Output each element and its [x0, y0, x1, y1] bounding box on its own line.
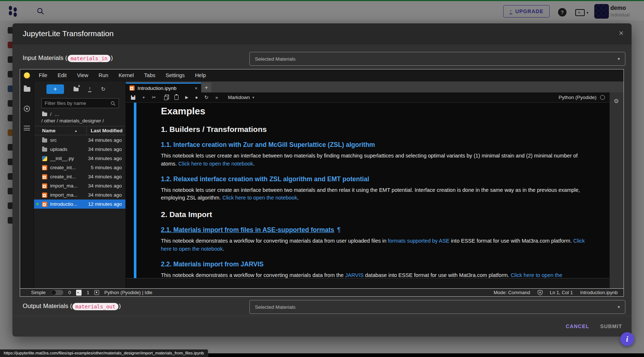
file-row[interactable]: Introductio...12 minutes ago	[34, 200, 125, 209]
menu-kernel[interactable]: Kernel	[113, 72, 139, 78]
markdown-paragraph: This notebook lets user create an interf…	[161, 186, 585, 202]
activity-bar	[20, 81, 34, 288]
dialog-footer: CANCEL SUBMIT	[12, 316, 632, 337]
notebook-link[interactable]: formats supported by ASE	[388, 238, 449, 244]
new-folder-icon[interactable]: +	[74, 86, 79, 92]
markdown-heading[interactable]: 1.2. Relaxed interface creation with ZSL…	[161, 175, 585, 183]
kernel-name[interactable]: Python (Pyodide)	[558, 95, 596, 100]
menu-view[interactable]: View	[72, 72, 93, 78]
heading-link[interactable]: 1.1. Interface creation with Zur and McG…	[161, 141, 375, 148]
heading-link[interactable]: 2.1. Materials import from files in ASE-…	[161, 226, 334, 233]
close-icon[interactable]: ×	[619, 29, 624, 38]
file-browser-tab-icon[interactable]	[24, 87, 30, 93]
info-fab-button[interactable]: i	[620, 332, 634, 346]
markdown-heading[interactable]: 1.1. Interface creation with Zur and McG…	[161, 141, 585, 149]
paragraph-text: .	[297, 195, 299, 201]
output-selected-materials-select[interactable]: Selected Materials ▾	[249, 300, 625, 314]
breadcrumb-ellipsis[interactable]: …	[54, 111, 60, 117]
cell-type-select[interactable]: Markdown ▾	[228, 95, 254, 100]
menu-tabs[interactable]: Tabs	[139, 72, 161, 78]
input-selected-materials-select[interactable]: Selected Materials ▾	[249, 52, 625, 66]
markdown-heading[interactable]: 2.1. Materials import from files in ASE-…	[161, 226, 585, 234]
chevron-down-icon: ▾	[618, 304, 620, 309]
file-row[interactable]: create_int...34 minutes ago	[34, 172, 125, 181]
breadcrumb[interactable]: / …	[42, 111, 59, 117]
breadcrumb-root[interactable]: /	[50, 111, 52, 117]
cursor-position[interactable]: Ln 1, Col 1	[550, 290, 573, 295]
jupyterlite-logo-icon	[24, 72, 30, 79]
chevron-down-icon: ▾	[252, 95, 254, 99]
column-name[interactable]: Name	[42, 128, 56, 133]
column-last-modified[interactable]: Last Modified	[91, 128, 123, 133]
kernels-count[interactable]: 1	[87, 290, 89, 295]
new-tab-button[interactable]: +	[202, 83, 211, 92]
property-inspector-gear-icon[interactable]: ⚙	[614, 98, 619, 105]
menu-settings[interactable]: Settings	[161, 72, 190, 78]
notebook-toolbar: + ✂ ▶ ■ ↻ » Markdown ▾ Python (Pyodide)	[126, 92, 609, 103]
file-row[interactable]: src34 minutes ago	[34, 136, 125, 145]
copy-cell-icon[interactable]	[164, 96, 167, 100]
close-tab-icon[interactable]: ×	[195, 86, 197, 91]
tab-introduction-ipynb[interactable]: Introduction.ipynb ×	[126, 83, 201, 92]
stop-kernel-icon[interactable]: ■	[195, 96, 197, 99]
selected-cell-indicator[interactable]	[134, 103, 136, 278]
file-modified-time: 34 minutes ago	[88, 156, 122, 161]
refresh-icon[interactable]: ↻	[101, 86, 106, 92]
home-folder-icon[interactable]	[42, 113, 47, 116]
running-kernels-tab-icon[interactable]	[24, 106, 30, 113]
kernel-status-text[interactable]: Python (Pyodide) | Idle	[104, 290, 152, 295]
submit-button[interactable]: SUBMIT	[600, 323, 622, 329]
paragraph-text: .	[223, 246, 224, 252]
active-file-name[interactable]: Introduction.ipynb	[580, 290, 618, 295]
restart-run-all-icon[interactable]: »	[215, 95, 218, 100]
table-of-contents-tab-icon[interactable]	[24, 125, 30, 132]
terminals-count[interactable]: 0	[68, 290, 71, 295]
menu-edit[interactable]: Edit	[52, 72, 72, 78]
menu-file[interactable]: File	[34, 72, 52, 78]
cut-cell-icon[interactable]: ✂	[152, 95, 156, 100]
file-name: import_ma...	[50, 192, 78, 198]
paragraph-text: .	[253, 161, 255, 167]
file-modified-time: 34 minutes ago	[88, 147, 122, 152]
file-row[interactable]: import_ma...34 minutes ago	[34, 181, 125, 190]
heading-link[interactable]: 1.2. Relaxed interface creation with ZSL…	[161, 175, 369, 183]
kernel-status-icon[interactable]	[600, 95, 605, 100]
status-bar: Simple 0 >_ 1 Python (Pyodide) | Idle Mo…	[20, 288, 624, 296]
simple-mode-label: Simple	[31, 290, 46, 295]
search-icon	[110, 101, 116, 106]
markdown-cell[interactable]: Examples1. Builders / Transformations1.1…	[161, 103, 585, 278]
materials-out-chip: materials_out	[72, 303, 118, 310]
file-row[interactable]: __init__.py34 minutes ago	[34, 154, 125, 163]
upload-icon[interactable]: ↑	[88, 86, 91, 92]
run-cell-icon[interactable]: ▶	[185, 95, 188, 99]
insert-cell-icon[interactable]: +	[142, 95, 145, 100]
file-row[interactable]: create_int...5 minutes ago	[34, 163, 125, 172]
file-modified-time: 12 minutes ago	[88, 201, 122, 207]
menu-run[interactable]: Run	[94, 72, 114, 78]
notebook-link[interactable]: JARVIS	[345, 272, 364, 278]
notebook-link[interactable]: Click here to open the notebook	[222, 195, 297, 201]
filter-files-input[interactable]: Filter files by name	[41, 98, 119, 108]
terminal-sessions-icon[interactable]: >_	[76, 290, 82, 296]
paste-cell-icon[interactable]	[174, 95, 178, 100]
cancel-button[interactable]: CANCEL	[566, 323, 589, 329]
file-row[interactable]: import_ma...34 minutes ago	[34, 190, 125, 200]
heading-link[interactable]: 2.2. Materials import from JARVIS	[161, 261, 264, 268]
save-icon[interactable]	[131, 95, 135, 100]
restart-kernel-icon[interactable]: ↻	[204, 95, 208, 100]
input-materials-label: Input Materials (materials_in)	[23, 54, 113, 62]
pilcrow-anchor-icon[interactable]: ¶	[337, 226, 340, 233]
simple-mode-toggle[interactable]	[51, 290, 63, 295]
trust-shield-icon[interactable]	[538, 290, 543, 295]
new-launcher-button[interactable]: +	[46, 84, 64, 94]
markdown-heading[interactable]: 2.2. Materials import from JARVIS	[161, 261, 585, 268]
file-row[interactable]: uploads34 minutes ago	[34, 145, 125, 154]
notebook-link[interactable]: Click here to open the notebook	[178, 161, 253, 167]
markdown-paragraph: This notebook lets user create an interf…	[161, 152, 585, 168]
kernel-sessions-icon[interactable]	[94, 290, 99, 295]
menu-help[interactable]: Help	[190, 72, 211, 78]
command-mode-indicator[interactable]: Mode: Command	[494, 290, 530, 295]
breadcrumb-path[interactable]: / other / materials_designer /	[41, 118, 104, 124]
jupyterlite-frame: FileEditViewRunKernelTabsSettingsHelp + …	[20, 69, 624, 297]
output-label-text: Output Materials (	[23, 303, 72, 309]
